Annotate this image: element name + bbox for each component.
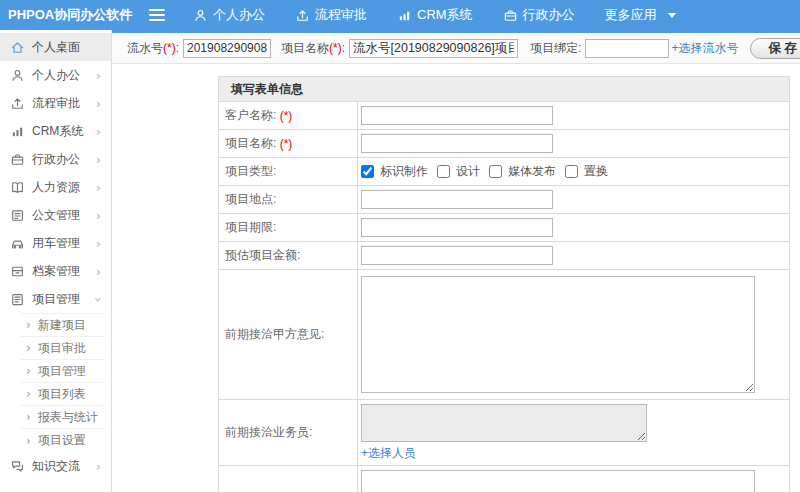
sidebar-subitem-label: 项目设置 <box>38 432 86 449</box>
field-textarea-extra-notes[interactable] <box>361 470 755 492</box>
form-row-customer-name: 客户名称: (*) <box>219 102 789 130</box>
field-cell-project-type: 标识制作设计媒体发布置换 <box>358 158 789 185</box>
field-textarea-early-salesperson[interactable] <box>361 404 647 442</box>
sidebar-subitem-label: 项目审批 <box>38 340 86 357</box>
topnav-item-admin-office[interactable]: 行政办公 <box>503 6 575 24</box>
user-icon <box>10 68 25 83</box>
chevron-right-icon: › <box>26 364 31 378</box>
form-rows: 客户名称: (*)项目名称: (*)项目类型:标识制作设计媒体发布置换项目地点:… <box>219 102 789 492</box>
sidebar-item-official-docs[interactable]: 公文管理› <box>0 201 111 229</box>
sidebar-subitem-new-project[interactable]: ›新建项目 <box>20 314 105 337</box>
field-input-project-location[interactable] <box>361 190 553 209</box>
select-serial-link[interactable]: +选择流水号 <box>671 40 738 57</box>
sidebar-subitem-reports-stats[interactable]: ›报表与统计 <box>20 406 105 429</box>
topnav-item-crm[interactable]: CRM系统 <box>397 6 473 24</box>
chevron-right-icon: › <box>26 341 31 355</box>
sidebar-item-label: 流程审批 <box>32 95 96 112</box>
chevron-right-icon: › <box>96 460 101 473</box>
top-navigation: 个人办公流程审批CRM系统行政办公更多应用 <box>193 6 676 24</box>
save-button[interactable]: 保 存 <box>750 38 800 59</box>
form-row-project-type: 项目类型:标识制作设计媒体发布置换 <box>219 158 789 186</box>
chart-icon <box>397 8 412 23</box>
field-label-project-term: 项目期限: <box>219 214 358 241</box>
hamburger-menu-icon[interactable] <box>149 9 165 21</box>
chevron-right-icon: › <box>26 387 31 401</box>
sidebar-item-crm[interactable]: CRM系统› <box>0 117 111 145</box>
flow-icon <box>295 8 310 23</box>
sidebar-item-vehicle[interactable]: 用车管理› <box>0 229 111 257</box>
checkbox-media-release[interactable] <box>489 165 502 178</box>
select-person-link[interactable]: +选择人员 <box>361 445 416 462</box>
field-cell-early-client-opinion <box>358 270 789 399</box>
form-row-early-client-opinion: 前期接洽甲方意见: <box>219 270 789 400</box>
sidebar-item-hr[interactable]: 人力资源› <box>0 173 111 201</box>
chevron-right-icon: › <box>96 97 101 110</box>
flow-icon <box>10 96 25 111</box>
topnav-item-label: 更多应用 <box>605 6 657 24</box>
sidebar-subitem-project-approval[interactable]: ›项目审批 <box>20 337 105 360</box>
sidebar-item-label: 个人办公 <box>32 67 96 84</box>
checkbox-label-media-release: 媒体发布 <box>508 163 556 180</box>
field-label-project-location: 项目地点: <box>219 186 358 213</box>
checkbox-design[interactable] <box>437 165 450 178</box>
sidebar-item-project[interactable]: 项目管理› <box>0 285 111 313</box>
chevron-right-icon: › <box>26 434 31 448</box>
sidebar-subitem-label: 新建项目 <box>38 317 86 334</box>
sidebar-subitem-project-manage[interactable]: ›项目管理 <box>20 360 105 383</box>
sidebar-item-knowledge[interactable]: 知识交流› <box>0 452 111 480</box>
topnav-item-label: 流程审批 <box>315 6 367 24</box>
project-form-table: 填写表单信息 客户名称: (*)项目名称: (*)项目类型:标识制作设计媒体发布… <box>218 76 790 492</box>
user-icon <box>193 8 208 23</box>
app-title: PHPOA协同办公软件 <box>0 6 113 24</box>
sidebar: 个人桌面个人办公›流程审批›CRM系统›行政办公›人力资源›公文管理›用车管理›… <box>0 30 112 492</box>
serial-input[interactable] <box>183 39 271 58</box>
chevron-right-icon: › <box>96 181 101 194</box>
sidebar-item-label: 行政办公 <box>32 151 96 168</box>
field-label-project-name: 项目名称: (*) <box>219 130 358 157</box>
binding-input[interactable] <box>585 39 669 58</box>
topnav-item-personal-office[interactable]: 个人办公 <box>193 6 265 24</box>
required-mark: (*) <box>280 137 293 151</box>
sidebar-item-admin-office[interactable]: 行政办公› <box>0 145 111 173</box>
required-mark: (*) <box>329 41 342 55</box>
sidebar-item-label: 项目管理 <box>32 291 96 308</box>
sidebar-item-label: 用车管理 <box>32 235 96 252</box>
sidebar-item-workflow-approval[interactable]: 流程审批› <box>0 89 111 117</box>
field-input-project-term[interactable] <box>361 218 553 237</box>
field-label-text: 前期接洽甲方意见: <box>225 326 324 343</box>
project-name-input[interactable] <box>349 39 518 58</box>
field-input-project-name[interactable] <box>361 134 553 153</box>
topnav-item-workflow-approval[interactable]: 流程审批 <box>295 6 367 24</box>
sidebar-item-label: 个人桌面 <box>32 39 101 56</box>
sidebar-item-label: CRM系统 <box>32 123 96 140</box>
field-input-estimated-amount[interactable] <box>361 246 553 265</box>
form-section-header: 填写表单信息 <box>219 77 789 102</box>
sidebar-item-personal-office[interactable]: 个人办公› <box>0 61 111 89</box>
sidebar-item-archive[interactable]: 档案管理› <box>0 257 111 285</box>
field-label-project-type: 项目类型: <box>219 158 358 185</box>
briefcase-icon <box>503 8 518 23</box>
topnav-item-label: 个人办公 <box>213 6 265 24</box>
archive-icon <box>10 264 25 279</box>
sidebar-item-desktop[interactable]: 个人桌面 <box>0 33 111 61</box>
field-cell-customer-name <box>358 102 789 129</box>
sidebar-subitem-project-settings[interactable]: ›项目设置 <box>20 429 105 452</box>
field-label-extra-notes <box>219 466 358 492</box>
checkbox-sign-making[interactable] <box>361 165 374 178</box>
checkbox-exchange[interactable] <box>565 165 578 178</box>
field-input-customer-name[interactable] <box>361 106 553 125</box>
chevron-right-icon: › <box>96 209 101 222</box>
project-icon <box>10 292 25 307</box>
car-icon <box>10 236 25 251</box>
sidebar-subitem-project-list[interactable]: ›项目列表 <box>20 383 105 406</box>
project-name-label: 项目名称(*): <box>281 40 345 57</box>
field-label-customer-name: 客户名称: (*) <box>219 102 358 129</box>
field-cell-project-location <box>358 186 789 213</box>
topnav-item-more-apps[interactable]: 更多应用 <box>605 6 676 24</box>
field-textarea-early-client-opinion[interactable] <box>361 276 755 393</box>
field-cell-project-name <box>358 130 789 157</box>
sidebar-item-label: 档案管理 <box>32 263 96 280</box>
main-content: 流水号(*): 项目名称(*): 项目绑定: +选择流水号 保 存 填写表单信息… <box>112 30 800 492</box>
chevron-right-icon: › <box>96 69 101 82</box>
chevron-right-icon: › <box>96 265 101 278</box>
